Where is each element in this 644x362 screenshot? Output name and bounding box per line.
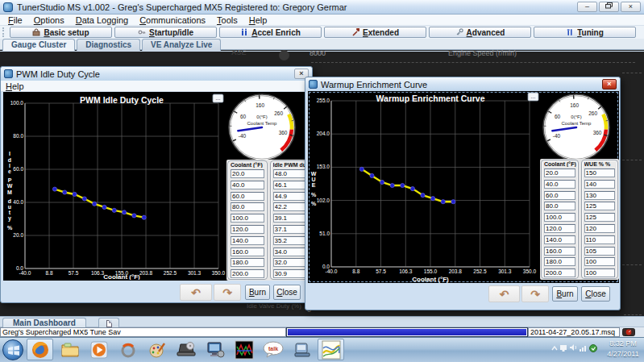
- curve-point[interactable]: [52, 187, 56, 191]
- status-icon[interactable]: [622, 328, 635, 336]
- tab-diagnostics[interactable]: Diagnostics: [77, 39, 140, 51]
- menu-communications[interactable]: Communications: [134, 15, 211, 25]
- wue-curve-chart[interactable]: -40.08.857.5106.3155.0203.8252.5301.3350…: [308, 91, 542, 283]
- curve-point[interactable]: [421, 193, 425, 198]
- extended-button[interactable]: Extended: [324, 27, 426, 38]
- value-input[interactable]: [273, 169, 307, 178]
- main-titlebar[interactable]: TunerStudio MS v1.002 - Greg's Superchar…: [0, 0, 644, 15]
- coolant-input[interactable]: [231, 236, 264, 245]
- wue-redo-button[interactable]: ↷: [521, 285, 549, 302]
- tab-ve-analyze-live[interactable]: VE Analyze Live: [142, 39, 221, 51]
- taskbar-clock[interactable]: 8:32 PM 4/27/2011: [603, 339, 643, 360]
- chart-options-button[interactable]: ...: [213, 94, 223, 102]
- curve-point[interactable]: [82, 197, 86, 201]
- coolant-input[interactable]: [544, 169, 575, 177]
- value-input[interactable]: [273, 192, 307, 201]
- wue-close-dialog-button[interactable]: Close: [581, 286, 610, 302]
- curve-point[interactable]: [102, 205, 106, 209]
- value-input[interactable]: [273, 181, 307, 189]
- taskbar-explorer[interactable]: [56, 339, 83, 360]
- curve-point[interactable]: [73, 192, 77, 196]
- curve-point[interactable]: [359, 167, 364, 171]
- basic-setup-button[interactable]: Basic setup: [10, 27, 112, 38]
- taskbar-gtalk[interactable]: talk: [260, 339, 286, 360]
- curve-point[interactable]: [441, 200, 445, 204]
- minimize-button[interactable]: –: [577, 2, 597, 12]
- curve-point[interactable]: [122, 210, 126, 214]
- value-input[interactable]: [584, 235, 616, 244]
- accel-enrich-button[interactable]: Accel Enrich: [219, 27, 322, 38]
- value-input[interactable]: [273, 269, 307, 278]
- chart-options-button[interactable]: ...: [528, 93, 538, 101]
- coolant-input[interactable]: [544, 180, 575, 189]
- value-input[interactable]: [273, 248, 307, 256]
- curve-point[interactable]: [370, 173, 374, 177]
- coolant-input[interactable]: [544, 191, 575, 200]
- value-input[interactable]: [584, 268, 616, 277]
- taskbar-paint[interactable]: [143, 339, 170, 360]
- pwm-help-menu[interactable]: Help: [6, 81, 24, 91]
- advanced-button[interactable]: Advanced: [429, 27, 531, 38]
- value-input[interactable]: [273, 202, 307, 211]
- startup-idle-button[interactable]: Startup/idle: [114, 27, 217, 38]
- wue-close-button[interactable]: ×: [602, 79, 617, 89]
- curve-point[interactable]: [451, 200, 455, 204]
- coolant-input[interactable]: [544, 235, 575, 244]
- tab-gauge-cluster[interactable]: Gauge Cluster: [2, 39, 75, 51]
- value-input[interactable]: [584, 191, 616, 200]
- coolant-input[interactable]: [544, 202, 575, 210]
- menu-tools[interactable]: Tools: [211, 15, 243, 25]
- coolant-input[interactable]: [231, 214, 264, 223]
- coolant-input[interactable]: [231, 258, 264, 267]
- taskbar-laptop-app[interactable]: [172, 339, 199, 360]
- curve-point[interactable]: [142, 215, 146, 219]
- value-input[interactable]: [584, 169, 616, 177]
- taskbar-log-viewer[interactable]: [231, 339, 257, 360]
- wue-dialog-titlebar[interactable]: Warmup Enrichment Curve ×: [305, 77, 620, 91]
- value-input[interactable]: [273, 225, 307, 234]
- value-input[interactable]: [273, 258, 307, 267]
- taskbar-blue-app[interactable]: [289, 339, 315, 360]
- value-input[interactable]: [584, 247, 616, 256]
- curve-point[interactable]: [390, 183, 394, 187]
- close-button[interactable]: ×: [621, 2, 641, 12]
- tuning-button[interactable]: Tuning: [534, 27, 636, 38]
- coolant-input[interactable]: [231, 225, 264, 234]
- curve-point[interactable]: [401, 183, 405, 187]
- value-input[interactable]: [584, 202, 616, 210]
- wue-burn-button[interactable]: Burn: [552, 286, 578, 302]
- start-button[interactable]: [2, 339, 23, 360]
- pwm-burn-button[interactable]: Burn: [245, 285, 270, 300]
- menu-data-logging[interactable]: Data Logging: [70, 15, 134, 25]
- menu-file[interactable]: File: [2, 15, 28, 25]
- pwm-undo-button[interactable]: ↶: [180, 284, 212, 301]
- coolant-input[interactable]: [544, 247, 575, 256]
- taskbar-pc-tools[interactable]: [202, 339, 228, 360]
- taskbar-tunerstudio[interactable]: [318, 339, 344, 360]
- curve-point[interactable]: [431, 197, 435, 201]
- coolant-input[interactable]: [231, 192, 264, 201]
- curve-point[interactable]: [380, 180, 384, 184]
- menu-options[interactable]: Options: [28, 15, 70, 25]
- pwm-dialog-titlebar[interactable]: PWM Idle Duty Cycle ×: [1, 67, 312, 81]
- coolant-input[interactable]: [231, 248, 264, 256]
- curve-point[interactable]: [410, 186, 414, 190]
- taskbar-media-player[interactable]: [85, 339, 112, 360]
- pwm-redo-button[interactable]: ↷: [214, 284, 241, 301]
- curve-point[interactable]: [63, 190, 67, 194]
- value-input[interactable]: [584, 224, 616, 233]
- coolant-input[interactable]: [544, 257, 575, 266]
- curve-point[interactable]: [93, 202, 97, 206]
- restore-button[interactable]: [599, 2, 619, 12]
- coolant-input[interactable]: [231, 269, 264, 278]
- pwm-close-dialog-button[interactable]: Close: [273, 285, 301, 300]
- coolant-input[interactable]: [231, 169, 264, 178]
- value-input[interactable]: [584, 257, 616, 266]
- curve-point[interactable]: [112, 208, 116, 212]
- menu-help[interactable]: Help: [243, 15, 273, 25]
- system-tray[interactable]: [551, 343, 600, 354]
- taskbar-ring-app[interactable]: [114, 339, 141, 360]
- curve-point[interactable]: [132, 214, 136, 218]
- coolant-input[interactable]: [544, 213, 575, 222]
- coolant-input[interactable]: [544, 224, 575, 233]
